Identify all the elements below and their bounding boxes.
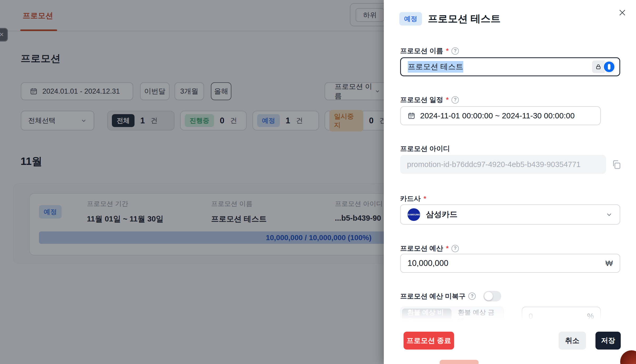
- drawer-header: 예정 프로모션 테스트: [399, 12, 501, 26]
- onepassword-icon: [603, 61, 615, 73]
- field-label: 프로모션 이름: [400, 46, 443, 55]
- partially-visible-element: [440, 360, 479, 364]
- toggle-knob: [484, 292, 493, 300]
- drawer-footer: 프로모션 종료 취소 저장: [384, 328, 636, 364]
- required-asterisk: *: [446, 47, 449, 55]
- field-label: 프로모션 예산: [400, 244, 443, 253]
- field-label: 프로모션 예산 미복구: [400, 292, 465, 301]
- help-icon[interactable]: ?: [451, 245, 459, 252]
- samsung-logo-icon: SAMSUNG: [408, 208, 420, 221]
- field-label: 카드사: [400, 194, 421, 203]
- required-asterisk: *: [446, 244, 449, 252]
- norecover-row: 프로모션 예산 미복구 ?: [400, 291, 501, 301]
- drawer-title: 프로모션 테스트: [428, 12, 501, 26]
- help-icon[interactable]: ?: [451, 96, 459, 104]
- budget-field-label-row: 프로모션 예산 * ?: [400, 244, 459, 253]
- card-company-value: 삼성카드: [426, 209, 600, 220]
- help-icon[interactable]: ?: [451, 47, 459, 55]
- calendar-icon: [408, 112, 415, 120]
- copy-icon: [611, 159, 622, 170]
- promotion-drawer: 예정 프로모션 테스트 프로모션 이름 * ? 프로모션 테스트 프로모션 일정…: [384, 0, 636, 364]
- field-label: 프로모션 일정: [400, 95, 443, 104]
- help-icon[interactable]: ?: [468, 292, 476, 300]
- promotion-name-value: 프로모션 테스트: [408, 61, 463, 73]
- id-field-label-row: 프로모션 아이디: [400, 144, 450, 153]
- cancel-button[interactable]: 취소: [559, 332, 586, 350]
- close-button[interactable]: [617, 7, 628, 18]
- password-manager-widget[interactable]: [592, 60, 615, 73]
- field-label: 프로모션 아이디: [400, 144, 450, 153]
- lock-icon: [592, 60, 605, 73]
- save-button[interactable]: 저장: [595, 332, 621, 350]
- budget-input[interactable]: 10,000,000 ₩: [400, 254, 620, 273]
- schedule-range-picker[interactable]: 2024-11-01 00:00:00 ~ 2024-11-30 00:00:0…: [400, 106, 601, 125]
- end-promotion-button[interactable]: 프로모션 종료: [404, 332, 454, 350]
- promotion-id-input: promotion-id-b76ddc97-4920-4eb5-b439-903…: [400, 155, 606, 174]
- schedule-range-value: 2024-11-01 00:00:00 ~ 2024-11-30 00:00:0…: [420, 111, 575, 120]
- card-field-label-row: 카드사 *: [400, 194, 426, 203]
- corner-artifact: [620, 350, 636, 364]
- required-asterisk: *: [424, 195, 426, 203]
- drawer-status-badge: 예정: [399, 12, 422, 26]
- budget-value: 10,000,000: [408, 259, 448, 268]
- copy-button[interactable]: [611, 159, 622, 170]
- schedule-field-label-row: 프로모션 일정 * ?: [400, 95, 459, 104]
- footer-fade: [384, 306, 636, 328]
- promotion-id-value: promotion-id-b76ddc97-4920-4eb5-b439-903…: [407, 160, 580, 169]
- required-asterisk: *: [446, 96, 449, 104]
- screen: 프로모션 ✕ 하위 프로모션 2024.01.01 - 2024.12.31 이…: [0, 0, 636, 364]
- norecover-toggle[interactable]: [483, 291, 501, 301]
- close-icon: [618, 8, 627, 17]
- chevron-down-icon: [605, 211, 613, 218]
- card-company-select[interactable]: SAMSUNG 삼성카드: [400, 204, 620, 225]
- promotion-name-input[interactable]: 프로모션 테스트: [400, 57, 620, 76]
- name-field-label-row: 프로모션 이름 * ?: [400, 46, 459, 55]
- won-currency-icon: ₩: [605, 259, 613, 268]
